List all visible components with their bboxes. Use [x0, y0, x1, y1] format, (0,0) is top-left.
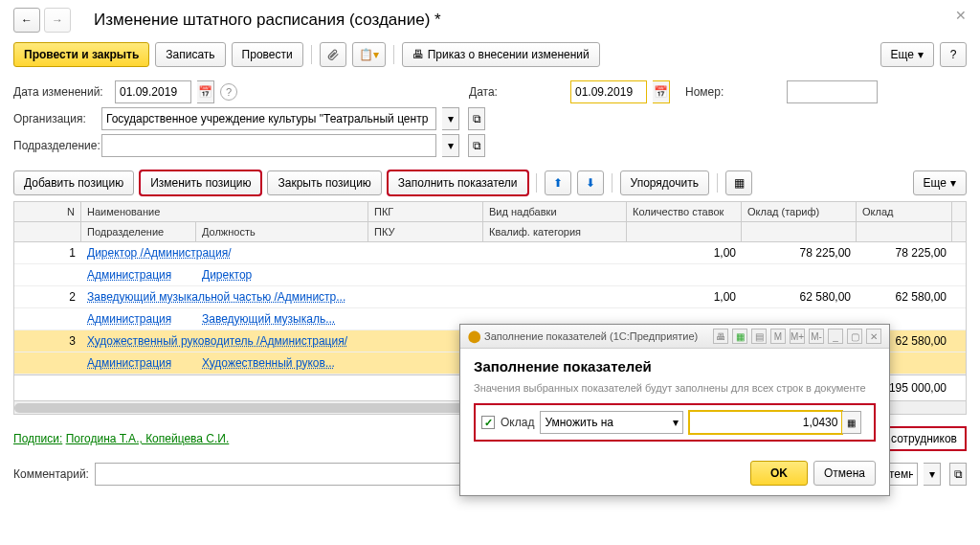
multiplier-input[interactable]	[689, 411, 842, 434]
col-pkg[interactable]: ПКГ	[368, 202, 483, 221]
modal-close-button[interactable]: ✕	[866, 329, 881, 344]
calendar-icon[interactable]: 📅	[653, 80, 670, 103]
col-stavok[interactable]: Количество ставок	[627, 202, 742, 221]
signers-label[interactable]: Подписи:	[13, 432, 62, 445]
move-up-button[interactable]: ⬆	[545, 170, 571, 195]
app-icon: ⬤	[468, 329, 480, 343]
row-dept[interactable]: Администрация	[81, 308, 196, 329]
printer-icon: 🖶	[412, 48, 424, 61]
row-dept[interactable]: Администрация	[81, 352, 196, 374]
order-button[interactable]: 🖶 Приказ о внесении изменений	[402, 42, 600, 67]
paperclip-icon	[326, 48, 340, 61]
modal-ok-button[interactable]: OK	[750, 461, 808, 486]
modal-calendar-icon[interactable]: ▦	[732, 329, 747, 344]
col-oklad-tarif[interactable]: Оклад (тариф)	[742, 202, 857, 221]
fill-indicators-button[interactable]: Заполнить показатели	[388, 170, 528, 195]
col-n[interactable]: N	[14, 202, 81, 221]
copy-button[interactable]: 📋▾	[352, 42, 386, 67]
calendar-icon[interactable]: 📅	[197, 80, 214, 103]
dropdown-icon[interactable]: ▾	[442, 134, 459, 157]
table-row[interactable]: 1Директор /Администрация/1,0078 225,0078…	[14, 242, 966, 264]
date-change-label: Дата изменений:	[13, 85, 109, 99]
chevron-down-icon: ▾	[673, 416, 679, 429]
table-subrow[interactable]: АдминистрацияДиректор	[14, 264, 966, 286]
modal-description: Значения выбранных показателей будут зап…	[474, 382, 876, 394]
help-button[interactable]: ?	[940, 42, 967, 67]
page-title: Изменение штатного расписания (создание)…	[94, 11, 441, 30]
submit-close-button[interactable]: Провести и закрыть	[13, 42, 149, 67]
sort-button[interactable]: Упорядочить	[620, 170, 709, 195]
edit-position-button[interactable]: Изменить позицию	[140, 170, 261, 195]
more-button[interactable]: Еще ▾	[880, 42, 934, 67]
attach-button[interactable]	[320, 42, 346, 67]
modal-print-icon[interactable]: 🖶	[713, 329, 728, 344]
separator	[311, 45, 312, 64]
org-label: Организация:	[13, 112, 109, 125]
number-input[interactable]	[787, 80, 878, 103]
row-name[interactable]: Директор /Администрация/	[81, 242, 368, 263]
date-label: Дата:	[469, 85, 565, 99]
modal-mplus-button[interactable]: M+	[790, 329, 805, 344]
org-input[interactable]	[101, 107, 436, 130]
row-dept[interactable]: Администрация	[81, 264, 196, 285]
modal-m-button[interactable]: M	[770, 329, 786, 344]
row-name[interactable]: Художественный руководитель /Администрац…	[81, 330, 368, 352]
separator	[717, 173, 718, 193]
dept-input[interactable]	[101, 134, 436, 157]
table-row[interactable]: 2Заведующий музыкальной частью /Админист…	[14, 286, 966, 308]
dropdown-icon[interactable]: ▾	[924, 463, 941, 486]
number-label: Номер:	[685, 85, 781, 99]
col-name[interactable]: Наименование	[81, 202, 368, 221]
date-input[interactable]	[570, 80, 647, 103]
date-change-input[interactable]	[115, 80, 191, 103]
submit-button[interactable]: Провести	[232, 42, 303, 67]
open-icon[interactable]: ⧉	[468, 134, 485, 157]
col-pku[interactable]: ПКУ	[368, 222, 483, 241]
nav-back-button[interactable]: ←	[13, 8, 40, 33]
separator	[612, 173, 612, 193]
row-position[interactable]: Заведующий музыкаль...	[196, 308, 368, 329]
open-icon[interactable]: ⧉	[949, 463, 967, 486]
table-more-button[interactable]: Еще ▾	[913, 170, 967, 195]
row-position[interactable]: Директор	[196, 264, 368, 285]
close-position-button[interactable]: Закрыть позицию	[267, 170, 381, 195]
row-position[interactable]: Художественный руков...	[196, 352, 368, 374]
open-icon[interactable]: ⧉	[468, 107, 485, 130]
col-kvalif[interactable]: Квалиф. категория	[483, 222, 627, 241]
signers-names[interactable]: Погодина Т.А., Копейцева С.И.	[66, 432, 230, 445]
separator	[536, 173, 537, 193]
fill-indicators-modal: ⬤ Заполнение показателей (1С:Предприятие…	[459, 324, 890, 496]
add-position-button[interactable]: Добавить позицию	[13, 170, 134, 195]
move-down-button[interactable]: ⬇	[577, 170, 604, 195]
modal-restore-button[interactable]: ▢	[847, 329, 862, 344]
oklad-checkbox[interactable]: ✓	[481, 416, 495, 429]
row-name[interactable]: Заведующий музыкальной частью /Администр…	[81, 286, 368, 307]
col-oklad[interactable]: Оклад	[857, 202, 952, 221]
nav-forward-button[interactable]: →	[44, 8, 71, 33]
close-icon[interactable]: ✕	[955, 8, 967, 23]
oklad-label: Оклад	[501, 416, 534, 429]
modal-calc-icon[interactable]: ▤	[751, 329, 767, 344]
col-nadbav[interactable]: Вид надбавки	[483, 202, 627, 221]
operation-select[interactable]: Умножить на ▾	[540, 411, 683, 434]
help-icon[interactable]: ?	[220, 83, 237, 101]
dept-label: Подразделение:	[13, 139, 109, 152]
calculator-icon[interactable]: ▦	[842, 411, 861, 434]
modal-heading: Заполнение показателей	[474, 358, 876, 375]
save-button[interactable]: Записать	[155, 42, 225, 67]
columns-button[interactable]: ▦	[725, 170, 752, 195]
col-dept[interactable]: Подразделение	[81, 222, 196, 241]
modal-minimize-button[interactable]: _	[828, 329, 843, 344]
col-pos[interactable]: Должность	[196, 222, 368, 241]
modal-title: Заполнение показателей (1С:Предприятие)	[484, 330, 709, 342]
dropdown-icon[interactable]: ▾	[442, 107, 459, 130]
modal-cancel-button[interactable]: Отмена	[813, 461, 876, 486]
comment-label: Комментарий:	[13, 467, 89, 481]
separator	[393, 45, 394, 64]
modal-mminus-button[interactable]: M-	[809, 329, 824, 344]
